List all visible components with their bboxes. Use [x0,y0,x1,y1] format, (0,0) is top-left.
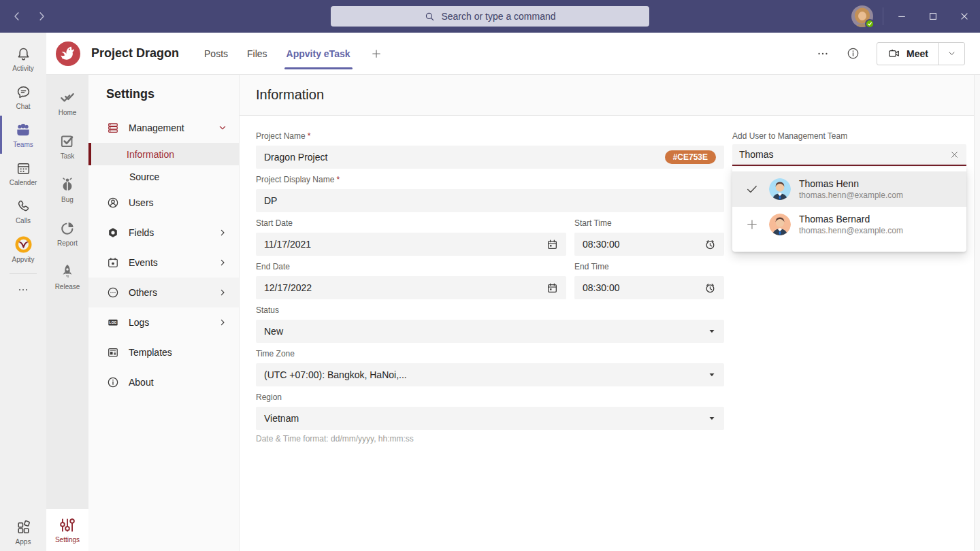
project-name-input[interactable] [264,152,659,163]
add-tab-button[interactable] [363,33,389,74]
clock-picker-icon[interactable] [704,282,716,294]
calendar-icon [15,160,32,177]
tab-appvity-etask[interactable]: Appvity eTask [280,33,357,74]
end-date-field: End Date 12/17/2022 [256,261,566,299]
settings-title: Settings [88,75,239,113]
double-check-icon [59,88,76,106]
status-select[interactable]: New [256,320,724,343]
user-result-thomas-henn[interactable]: Thomas Henn thomas.henn@example.com [732,171,966,207]
clear-search-button[interactable] [949,150,960,160]
page-title: Information [240,75,980,116]
chevron-right-icon [217,317,228,328]
start-time-input[interactable]: 08:30:00 [574,233,724,256]
search-input[interactable]: Search or type a command [331,6,649,27]
minimize-button[interactable] [886,0,917,33]
rail-item-chat[interactable]: Chat [0,78,46,116]
add-user-input[interactable] [739,149,949,160]
settings-nav-panel: Settings Management Information Source U… [88,75,240,551]
close-button[interactable] [949,0,980,33]
channel-info-button[interactable] [846,46,860,61]
avatar [769,214,791,235]
ellipsis-icon [16,283,30,297]
maximize-button[interactable] [917,0,949,33]
rail-item-activity[interactable]: Activity [0,39,46,78]
app-rail: Activity Chat Teams Calender Calls Appvi… [0,33,46,551]
calendar-picker-icon[interactable] [546,282,558,294]
phone-icon [15,198,32,215]
user-avatar[interactable] [851,5,873,27]
apps-grid-icon [15,519,32,536]
settings-nav-templates[interactable]: Templates [88,337,239,367]
end-time-input[interactable]: 08:30:00 [574,276,724,299]
sidebar-item-task[interactable]: Task [46,124,88,167]
search-placeholder: Search or type a command [441,11,555,22]
start-date-field: Start Date 11/17/2021 [256,218,566,256]
forward-button[interactable] [34,9,49,24]
more-options-button[interactable] [816,47,830,61]
logs-icon: LOG [106,316,120,329]
project-display-name-input[interactable] [264,195,716,206]
close-icon [959,11,970,22]
clear-x-icon [949,150,960,160]
tab-files[interactable]: Files [241,33,274,74]
rail-item-calls[interactable]: Calls [0,192,46,230]
information-form: Project Name* #CE753E Project Display Na… [256,131,724,449]
sidebar-item-home[interactable]: Home [46,80,88,124]
settings-nav-fields[interactable]: Fields [88,218,239,248]
dropdown-arrow-icon [708,371,716,379]
settings-nav-management[interactable]: Management [88,113,239,143]
user-name: Thomas Bernard [799,214,903,224]
start-date-input[interactable]: 11/17/2021 [256,233,566,256]
end-date-input[interactable]: 12/17/2022 [256,276,566,299]
rail-item-calendar[interactable]: Calender [0,154,46,192]
status-field: Status New [256,305,724,343]
chevron-down-icon [217,122,228,133]
rail-item-teams[interactable]: Teams [0,116,46,154]
chevron-left-icon [11,10,23,22]
team-name: Project Dragon [91,46,179,61]
region-field: Region Vietnam Date & Time format: dd/mm… [256,392,724,444]
sidebar-item-report[interactable]: Report [46,211,88,254]
project-name-field: Project Name* #CE753E [256,131,724,169]
project-dragon-logo [56,41,80,66]
region-select[interactable]: Vietnam [256,407,724,430]
meet-button[interactable]: Meet [877,43,938,65]
added-check-icon [743,182,761,196]
maximize-icon [928,11,938,22]
rail-more-button[interactable] [0,280,46,300]
add-user-panel: Add User to Management Team [732,131,966,449]
add-user-search [732,144,966,166]
rail-item-appvity[interactable]: Appvity [0,230,46,268]
ellipsis-circle-icon [106,286,120,299]
required-mark: * [308,131,311,141]
calendar-picker-icon[interactable] [546,239,558,250]
settings-nav-logs[interactable]: LOG Logs [88,307,239,337]
user-name: Thomas Henn [799,178,903,189]
tab-posts[interactable]: Posts [198,33,234,74]
settings-nav-others[interactable]: Others [88,278,239,307]
meet-options-button[interactable] [938,43,964,65]
sidebar-item-settings[interactable]: Settings [46,509,88,551]
channel-tabs: Posts Files Appvity eTask [198,33,389,74]
time-zone-select[interactable]: (UTC +07:00): Bangkok, HaNoi,... [256,363,724,386]
back-button[interactable] [10,9,24,24]
sidebar-item-release[interactable]: Release [46,254,88,298]
chevron-down-icon [947,48,957,59]
settings-nav-source[interactable]: Source [88,165,239,188]
settings-nav-about[interactable]: About [88,367,239,397]
settings-nav-users[interactable]: Users [88,188,239,218]
bell-icon [15,46,32,63]
clock-picker-icon[interactable] [704,239,716,250]
settings-nav-events[interactable]: Events [88,248,239,278]
rail-item-apps[interactable]: Apps [0,513,46,551]
settings-nav-information[interactable]: Information [88,143,239,165]
user-email: thomas.henn@example.com [799,190,903,200]
titlebar: Search or type a command [0,0,980,33]
sidebar-item-bug[interactable]: Bug [46,167,88,211]
chevron-right-icon [217,257,228,268]
project-color-badge[interactable]: #CE753E [665,150,716,164]
team-header: Project Dragon Posts Files Appvity eTask [46,33,980,75]
info-icon [106,375,120,389]
start-time-field: Start Time 08:30:00 [574,218,724,256]
user-result-thomas-bernard[interactable]: Thomas Bernard thomas.henn@example.com [732,207,966,242]
